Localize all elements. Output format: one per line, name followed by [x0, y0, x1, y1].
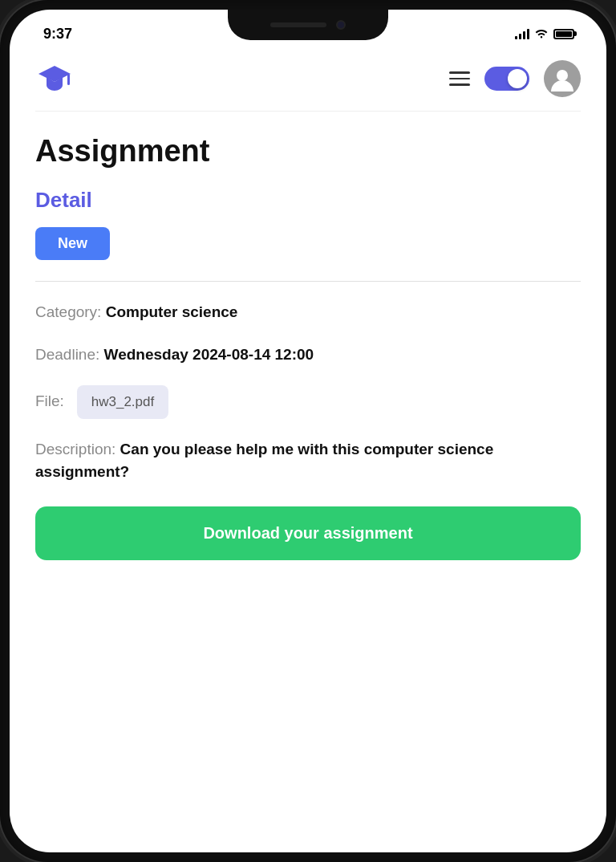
toggle-switch[interactable]: [484, 67, 529, 91]
graduation-cap-icon: [35, 59, 74, 98]
svg-rect-1: [67, 74, 70, 85]
avatar[interactable]: [544, 60, 581, 97]
status-badge: New: [35, 227, 110, 260]
screen: 9:37: [10, 10, 606, 852]
phone-frame: 9:37: [0, 0, 616, 862]
app-content: Assignment Detail New Category: Computer…: [10, 50, 606, 852]
svg-point-2: [557, 70, 568, 81]
file-badge[interactable]: hw3_2.pdf: [77, 385, 168, 419]
battery-icon: [553, 29, 574, 39]
menu-icon[interactable]: [449, 71, 470, 86]
deadline-row: Deadline: Wednesday 2024-08-14 12:00: [35, 344, 581, 367]
category-row: Category: Computer science: [35, 301, 581, 324]
description-label: Description:: [35, 441, 116, 457]
wifi-icon: [534, 27, 549, 41]
avatar-icon: [548, 64, 577, 93]
status-icons: [515, 27, 581, 41]
divider: [35, 281, 581, 282]
section-label: Detail: [35, 188, 581, 213]
app-header: [35, 50, 581, 112]
svg-marker-0: [38, 66, 71, 82]
page-title: Assignment: [35, 134, 581, 169]
description-row: Description: Can you please help me with…: [35, 438, 581, 484]
speaker: [270, 22, 326, 27]
file-label: File:: [35, 392, 64, 409]
logo-area: [35, 59, 74, 98]
header-actions: [449, 60, 581, 97]
status-time: 9:37: [35, 26, 72, 43]
toggle-knob: [508, 69, 527, 88]
category-label: Category:: [35, 303, 101, 320]
category-value: Computer science: [106, 303, 238, 320]
front-camera: [336, 20, 346, 30]
deadline-value: Wednesday 2024-08-14 12:00: [104, 346, 314, 363]
download-button[interactable]: Download your assignment: [35, 506, 581, 560]
signal-icon: [515, 28, 529, 39]
notch: [228, 10, 388, 40]
file-row: File: hw3_2.pdf: [35, 385, 581, 419]
deadline-label: Deadline:: [35, 346, 99, 363]
